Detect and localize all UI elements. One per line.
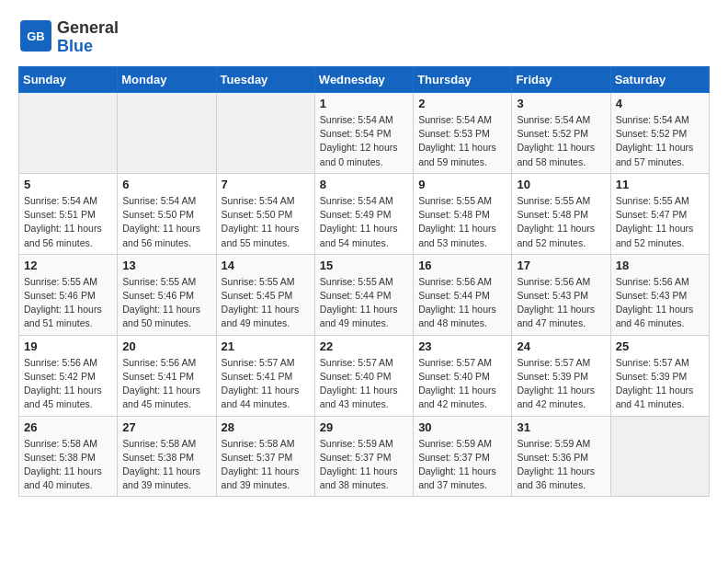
- calendar-cell: 25Sunrise: 5:57 AM Sunset: 5:39 PM Dayli…: [610, 335, 709, 416]
- day-number: 15: [320, 259, 408, 272]
- calendar-cell: 19Sunrise: 5:56 AM Sunset: 5:42 PM Dayli…: [19, 335, 118, 416]
- header-thursday: Thursday: [414, 67, 512, 93]
- day-number: 24: [517, 339, 605, 353]
- calendar-cell: 2Sunrise: 5:54 AM Sunset: 5:53 PM Daylig…: [414, 93, 512, 174]
- day-info: Sunrise: 5:55 AM Sunset: 5:48 PM Dayligh…: [418, 194, 506, 250]
- header-wednesday: Wednesday: [314, 67, 413, 93]
- calendar-cell: 4Sunrise: 5:54 AM Sunset: 5:52 PM Daylig…: [610, 93, 709, 174]
- header-saturday: Saturday: [610, 67, 709, 93]
- day-info: Sunrise: 5:55 AM Sunset: 5:46 PM Dayligh…: [122, 275, 210, 331]
- day-info: Sunrise: 5:58 AM Sunset: 5:37 PM Dayligh…: [222, 437, 310, 493]
- day-info: Sunrise: 5:58 AM Sunset: 5:38 PM Dayligh…: [122, 437, 210, 493]
- calendar-cell: 14Sunrise: 5:55 AM Sunset: 5:45 PM Dayli…: [216, 254, 314, 335]
- header-tuesday: Tuesday: [216, 67, 314, 93]
- calendar-cell: 10Sunrise: 5:55 AM Sunset: 5:48 PM Dayli…: [512, 173, 610, 254]
- calendar-cell: 22Sunrise: 5:57 AM Sunset: 5:40 PM Dayli…: [314, 335, 413, 416]
- day-info: Sunrise: 5:54 AM Sunset: 5:50 PM Dayligh…: [122, 194, 210, 250]
- calendar-cell: 1Sunrise: 5:54 AM Sunset: 5:54 PM Daylig…: [314, 93, 413, 174]
- day-info: Sunrise: 5:55 AM Sunset: 5:46 PM Dayligh…: [24, 275, 112, 331]
- logo-general: General: [57, 18, 119, 37]
- day-info: Sunrise: 5:54 AM Sunset: 5:52 PM Dayligh…: [517, 113, 605, 169]
- calendar-cell: 29Sunrise: 5:59 AM Sunset: 5:37 PM Dayli…: [314, 416, 413, 497]
- calendar-cell: 26Sunrise: 5:58 AM Sunset: 5:38 PM Dayli…: [19, 416, 118, 497]
- logo: GB General Blue: [18, 18, 119, 57]
- calendar-cell: 24Sunrise: 5:57 AM Sunset: 5:39 PM Dayli…: [512, 335, 610, 416]
- day-number: 20: [122, 339, 210, 353]
- day-number: 26: [24, 420, 112, 434]
- day-info: Sunrise: 5:57 AM Sunset: 5:40 PM Dayligh…: [320, 356, 408, 412]
- day-info: Sunrise: 5:58 AM Sunset: 5:38 PM Dayligh…: [24, 437, 112, 493]
- calendar-cell: 8Sunrise: 5:54 AM Sunset: 5:49 PM Daylig…: [314, 173, 413, 254]
- day-number: 28: [222, 420, 310, 434]
- day-number: 21: [222, 339, 310, 353]
- day-number: 7: [222, 178, 310, 191]
- header-sunday: Sunday: [19, 67, 118, 93]
- calendar-cell: 9Sunrise: 5:55 AM Sunset: 5:48 PM Daylig…: [414, 173, 512, 254]
- day-info: Sunrise: 5:57 AM Sunset: 5:39 PM Dayligh…: [616, 356, 704, 412]
- calendar-cell: 13Sunrise: 5:55 AM Sunset: 5:46 PM Dayli…: [118, 254, 216, 335]
- day-info: Sunrise: 5:56 AM Sunset: 5:41 PM Dayligh…: [122, 356, 210, 412]
- calendar-table: SundayMondayTuesdayWednesdayThursdayFrid…: [18, 66, 710, 497]
- day-number: 11: [616, 178, 704, 191]
- day-number: 23: [418, 339, 506, 353]
- header-friday: Friday: [512, 67, 610, 93]
- calendar-cell: [19, 93, 118, 174]
- day-number: 13: [122, 259, 210, 272]
- day-number: 6: [122, 178, 210, 191]
- day-info: Sunrise: 5:55 AM Sunset: 5:48 PM Dayligh…: [517, 194, 605, 250]
- logo-blue: Blue: [57, 37, 93, 55]
- day-number: 12: [24, 259, 112, 272]
- calendar-cell: [216, 93, 314, 174]
- calendar-week-row: 1Sunrise: 5:54 AM Sunset: 5:54 PM Daylig…: [19, 93, 710, 174]
- calendar-cell: 21Sunrise: 5:57 AM Sunset: 5:41 PM Dayli…: [216, 335, 314, 416]
- day-number: 1: [320, 97, 408, 110]
- day-info: Sunrise: 5:56 AM Sunset: 5:42 PM Dayligh…: [24, 356, 112, 412]
- calendar-cell: 5Sunrise: 5:54 AM Sunset: 5:51 PM Daylig…: [19, 173, 118, 254]
- day-info: Sunrise: 5:54 AM Sunset: 5:51 PM Dayligh…: [24, 194, 112, 250]
- calendar-cell: 20Sunrise: 5:56 AM Sunset: 5:41 PM Dayli…: [118, 335, 216, 416]
- day-info: Sunrise: 5:59 AM Sunset: 5:37 PM Dayligh…: [418, 437, 506, 493]
- day-number: 29: [320, 420, 408, 434]
- day-info: Sunrise: 5:56 AM Sunset: 5:44 PM Dayligh…: [418, 275, 506, 331]
- day-number: 27: [122, 420, 210, 434]
- day-info: Sunrise: 5:57 AM Sunset: 5:40 PM Dayligh…: [418, 356, 506, 412]
- day-info: Sunrise: 5:54 AM Sunset: 5:50 PM Dayligh…: [222, 194, 310, 250]
- day-number: 17: [517, 259, 605, 272]
- day-info: Sunrise: 5:54 AM Sunset: 5:53 PM Dayligh…: [418, 113, 506, 169]
- day-number: 10: [517, 178, 605, 191]
- calendar-cell: 12Sunrise: 5:55 AM Sunset: 5:46 PM Dayli…: [19, 254, 118, 335]
- day-number: 18: [616, 259, 704, 272]
- day-info: Sunrise: 5:56 AM Sunset: 5:43 PM Dayligh…: [616, 275, 704, 331]
- calendar-cell: 31Sunrise: 5:59 AM Sunset: 5:36 PM Dayli…: [512, 416, 610, 497]
- calendar-week-row: 26Sunrise: 5:58 AM Sunset: 5:38 PM Dayli…: [19, 416, 710, 497]
- calendar-week-row: 19Sunrise: 5:56 AM Sunset: 5:42 PM Dayli…: [19, 335, 710, 416]
- calendar-cell: [610, 416, 709, 497]
- day-number: 30: [418, 420, 506, 434]
- day-info: Sunrise: 5:55 AM Sunset: 5:47 PM Dayligh…: [616, 194, 704, 250]
- calendar-cell: 23Sunrise: 5:57 AM Sunset: 5:40 PM Dayli…: [414, 335, 512, 416]
- calendar-cell: 3Sunrise: 5:54 AM Sunset: 5:52 PM Daylig…: [512, 93, 610, 174]
- day-number: 16: [418, 259, 506, 272]
- header-monday: Monday: [118, 67, 216, 93]
- day-number: 3: [517, 97, 605, 110]
- day-info: Sunrise: 5:54 AM Sunset: 5:52 PM Dayligh…: [616, 113, 704, 169]
- calendar-cell: 30Sunrise: 5:59 AM Sunset: 5:37 PM Dayli…: [414, 416, 512, 497]
- day-info: Sunrise: 5:59 AM Sunset: 5:37 PM Dayligh…: [320, 437, 408, 493]
- day-info: Sunrise: 5:57 AM Sunset: 5:39 PM Dayligh…: [517, 356, 605, 412]
- day-info: Sunrise: 5:54 AM Sunset: 5:49 PM Dayligh…: [320, 194, 408, 250]
- page-header: GB General Blue: [18, 18, 710, 57]
- day-number: 14: [222, 259, 310, 272]
- day-number: 2: [418, 97, 506, 110]
- day-info: Sunrise: 5:55 AM Sunset: 5:44 PM Dayligh…: [320, 275, 408, 331]
- calendar-cell: 6Sunrise: 5:54 AM Sunset: 5:50 PM Daylig…: [118, 173, 216, 254]
- day-info: Sunrise: 5:55 AM Sunset: 5:45 PM Dayligh…: [222, 275, 310, 331]
- calendar-cell: 16Sunrise: 5:56 AM Sunset: 5:44 PM Dayli…: [414, 254, 512, 335]
- day-number: 4: [616, 97, 704, 110]
- calendar-cell: [118, 93, 216, 174]
- day-number: 8: [320, 178, 408, 191]
- day-number: 5: [24, 178, 112, 191]
- calendar-cell: 7Sunrise: 5:54 AM Sunset: 5:50 PM Daylig…: [216, 173, 314, 254]
- day-info: Sunrise: 5:54 AM Sunset: 5:54 PM Dayligh…: [320, 113, 408, 169]
- day-info: Sunrise: 5:56 AM Sunset: 5:43 PM Dayligh…: [517, 275, 605, 331]
- day-number: 31: [517, 420, 605, 434]
